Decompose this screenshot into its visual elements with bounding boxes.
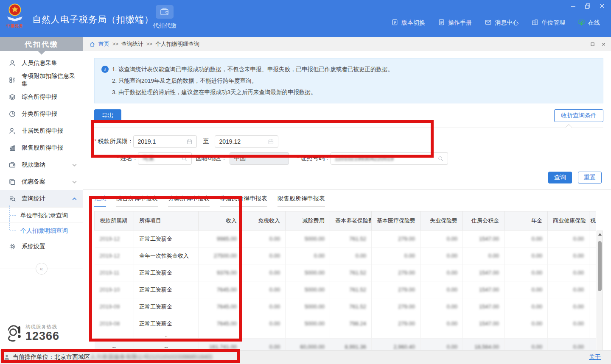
info-icon: i — [101, 66, 109, 73]
breadcrumb-separator: >> — [112, 41, 118, 47]
amount-value-blurred: 1547.00 — [479, 303, 499, 310]
search-icon[interactable] — [181, 156, 188, 162]
sidebar-subitem-personal-withholding-detail-query[interactable]: 个人扣缴明细查询 — [0, 222, 83, 238]
summary-value-blurred: 0.00 — [447, 344, 457, 350]
column-header[interactable]: 失业保险费 — [420, 211, 463, 231]
person-badge-icon — [8, 127, 16, 135]
sidebar-item-nonresident-income-declaration[interactable]: 非居民所得申报 — [0, 122, 83, 139]
result-tabs: 汇总综合所得申报表分类所得申报表非居民所得申报表限售股所得申报表 — [94, 195, 603, 207]
table-row[interactable]: 2019-12正常工资薪金9985.000.005000.00761.52279… — [95, 231, 596, 247]
about-link[interactable]: 关于 — [589, 353, 601, 361]
sidebar-item-preference-filing[interactable]: 优惠备案 — [0, 173, 83, 190]
sidebar-collapse-row: « — [0, 263, 83, 275]
summary-value-blurred: 0.00 — [532, 344, 542, 350]
column-header[interactable]: 税 — [589, 211, 596, 231]
summary-period: -- — [95, 339, 134, 350]
header-menu-unit-management[interactable]: 单位管理 — [531, 19, 565, 27]
column-header[interactable]: 收入 — [199, 211, 242, 231]
column-header[interactable]: 税款所属期 — [95, 211, 134, 231]
period-from-input[interactable]: 2019.1 — [133, 135, 197, 148]
table-row[interactable]: 2019-09正常工资薪金7645.000.005000.00761.52279… — [95, 298, 596, 315]
column-header[interactable]: 基本养老保险费 — [330, 211, 372, 231]
cell-amount: 5000.00 — [286, 315, 330, 332]
table-row[interactable]: 2019-10正常工资薪金7645.000.005000.00761.52279… — [95, 281, 596, 298]
header-menu-message-center[interactable]: 消息中心 — [485, 19, 519, 27]
tab-restricted[interactable]: 限售股所得申报表 — [277, 195, 325, 207]
header-menu-operation-manual[interactable]: 操作手册 — [438, 19, 472, 27]
amount-value-blurred: 761.52 — [349, 286, 366, 293]
column-header[interactable]: 免税收入 — [242, 211, 286, 231]
breadcrumb-section: 查询统计 — [121, 40, 143, 48]
sidebar-item-system-settings[interactable]: 系统设置 — [0, 238, 83, 255]
cell-income-item: 正常工资薪金 — [134, 298, 199, 315]
period-to-input[interactable]: 2019.12 — [215, 135, 278, 148]
cell-amount: 0.00 — [420, 247, 463, 264]
sidebar-item-label: 专项附加扣除信息采集 — [22, 72, 77, 88]
breadcrumb-current: 个人扣缴明细查询 — [155, 40, 199, 48]
tab-classified[interactable]: 分类所得申报表 — [168, 195, 210, 207]
sidebar-item-query-statistics[interactable]: 查询统计 — [0, 190, 83, 207]
column-header[interactable]: 基本医疗保险费 — [372, 211, 420, 231]
collapse-query-button[interactable]: 收折查询条件 — [554, 109, 603, 122]
amount-value-blurred: 0.00 — [356, 253, 366, 259]
sidebar-subitem-unit-declaration-record-query[interactable]: 单位申报记录查询 — [0, 207, 83, 222]
gear-icon — [8, 243, 16, 250]
table-row[interactable]: 2019-12全年一次性奖金收入27500.000.000.000.000.00… — [95, 247, 596, 264]
amount-value-blurred: 0.00 — [269, 320, 280, 327]
column-header[interactable]: 住房公积金 — [463, 211, 504, 231]
vertical-scrollbar[interactable] — [597, 231, 603, 350]
amount-value-blurred: 761.52 — [349, 270, 366, 276]
export-button[interactable]: 导出 — [94, 109, 121, 122]
amount-value-blurred: 279.00 — [398, 270, 415, 276]
column-header[interactable]: 减除费用 — [286, 211, 330, 231]
close-icon[interactable] — [597, 2, 608, 10]
breadcrumb-separator: >> — [146, 41, 152, 47]
sidebar-item-label: 人员信息采集 — [22, 59, 57, 67]
scroll-up-icon[interactable] — [597, 231, 603, 237]
chevron-up-icon — [72, 197, 77, 200]
cell-amount: 0.00 — [420, 281, 463, 298]
tab-comprehensive[interactable]: 综合所得申报表 — [116, 195, 158, 207]
maximize-panel-icon[interactable] — [590, 42, 595, 47]
notice-box: i 1. 该查询统计表仅能查询已申报成功的数据，不包含未申报、申报失败，已申报但… — [94, 58, 603, 103]
sidebar-caption: 代扣代缴 — [0, 37, 83, 51]
column-header[interactable]: 商业健康保险 — [548, 211, 589, 231]
summary-item: -- — [134, 339, 199, 350]
column-header[interactable]: 年金 — [504, 211, 548, 231]
column-header[interactable]: 所得项目 — [134, 211, 199, 231]
sidebar-item-tax-payment[interactable]: 税款缴纳 — [0, 156, 83, 173]
sidebar-item-restricted-stock-declaration[interactable]: 限售股所得申报 — [0, 139, 83, 156]
sidebar-collapse-button[interactable]: « — [36, 263, 48, 275]
cell-amount: 0.00 — [504, 281, 548, 298]
table-row[interactable]: 2019-11正常工资薪金9376.000.005000.00761.52279… — [95, 264, 596, 281]
partial-cell — [548, 332, 589, 339]
sidebar-item-special-deduction-collection[interactable]: 专项附加扣除信息采集 — [0, 72, 83, 89]
tab-summary[interactable]: 汇总 — [94, 195, 106, 207]
cell-amount: 1547.00 — [463, 315, 504, 332]
name-input[interactable]: 马某 — [138, 152, 192, 165]
amount-value-blurred: 0.00 — [488, 253, 499, 259]
reset-button[interactable]: 重置 — [578, 172, 602, 183]
period-value-blurred: 2019-11 — [100, 270, 120, 276]
minimize-icon[interactable] — [568, 2, 579, 10]
header-tab-label: 代扣代缴 — [148, 22, 182, 30]
table-row[interactable]: 2019-08正常工资薪金7645.000.005000.00798.24279… — [95, 315, 596, 332]
header-tab-withholding[interactable]: 代扣代缴 — [148, 5, 182, 30]
amount-value-blurred: 0.00 — [269, 286, 280, 293]
close-panel-icon[interactable] — [601, 42, 606, 47]
header-menu-version-switch[interactable]: 版本切换 — [391, 19, 425, 27]
search-icon[interactable] — [437, 156, 444, 162]
amount-value-blurred: 761.52 — [349, 303, 366, 310]
breadcrumb-home[interactable]: 首页 — [98, 40, 109, 48]
vertical-scroll-thumb[interactable] — [598, 241, 602, 291]
restore-icon[interactable] — [582, 2, 593, 10]
sidebar-item-label: 分类所得申报 — [22, 110, 57, 118]
app-window: 中国税务 自然人电子税务局（扣缴端） 代扣代缴 版本切换操作手册消息中心单位管理… — [0, 0, 611, 364]
cell-amount: 0.00 — [548, 247, 589, 264]
tab-nonresident[interactable]: 非居民所得申报表 — [220, 195, 267, 207]
query-button[interactable]: 查询 — [548, 172, 572, 183]
sidebar-item-comprehensive-income-declaration[interactable]: 综合所得申报 — [0, 89, 83, 106]
sidebar-item-personnel-info-collection[interactable]: 人员信息采集 — [0, 55, 83, 72]
id-number-input[interactable]: 110102199304220519 — [331, 152, 448, 165]
sidebar-item-classified-income-declaration[interactable]: 分类所得申报 — [0, 106, 83, 122]
